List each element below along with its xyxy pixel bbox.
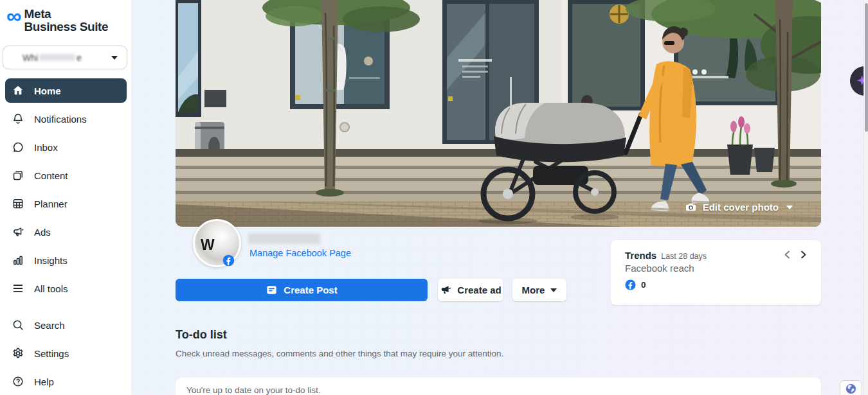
cover-photo-illustration xyxy=(176,0,821,227)
brand-line2: Business Suite xyxy=(24,21,109,33)
meta-infinity-icon: ∞ xyxy=(6,9,22,23)
todo-empty-state: You're up to date on your to-do list. xyxy=(186,385,320,395)
sidebar-item-label: Inbox xyxy=(34,142,58,153)
sidebar-item-help[interactable]: Help xyxy=(5,369,127,394)
sidebar-item-ads[interactable]: Ads xyxy=(5,220,127,244)
search-icon xyxy=(12,319,24,331)
chevron-left-icon[interactable] xyxy=(784,250,791,259)
page-selector-blurred-name xyxy=(39,54,75,61)
compose-post-icon xyxy=(266,284,278,296)
facebook-logo-icon xyxy=(625,279,636,290)
question-circle-icon xyxy=(12,375,24,388)
chevron-down-icon xyxy=(111,56,118,60)
home-icon xyxy=(12,84,24,97)
chevron-right-icon[interactable] xyxy=(800,250,807,259)
todo-list-description: Check unread messages, comments and othe… xyxy=(176,349,503,358)
sidebar-item-label: Content xyxy=(34,170,68,181)
sidebar-item-label: Notifications xyxy=(34,114,87,125)
sidebar-item-inbox[interactable]: Inbox xyxy=(5,135,127,159)
chat-bubble-icon xyxy=(12,141,24,154)
globe-icon xyxy=(845,383,857,395)
more-label: More xyxy=(522,285,545,295)
sidebar-item-label: Help xyxy=(34,376,54,387)
megaphone-icon xyxy=(12,225,24,238)
more-button[interactable]: More xyxy=(512,279,566,301)
sidebar-item-label: Ads xyxy=(34,227,51,238)
trends-title: Trends xyxy=(625,250,656,261)
sidebar-item-content[interactable]: Content xyxy=(5,163,127,188)
trends-metric-label: Facebook reach xyxy=(625,263,807,274)
page-avatar[interactable]: W xyxy=(193,219,241,267)
edit-cover-photo-button[interactable]: Edit cover photo xyxy=(685,201,793,213)
sidebar-item-label: Planner xyxy=(34,198,68,209)
meta-business-suite-app: ∞ Meta Business Suite Whi e Home xyxy=(0,0,868,395)
megaphone-icon xyxy=(439,284,451,296)
calendar-icon xyxy=(12,197,24,210)
sidebar-item-label: Search xyxy=(34,320,65,331)
brand-wordmark: Meta Business Suite xyxy=(24,8,109,33)
create-ad-button[interactable]: Create ad xyxy=(438,279,503,301)
edit-cover-photo-label: Edit cover photo xyxy=(703,202,779,213)
sidebar-item-label: Home xyxy=(34,85,61,96)
avatar-letter: W xyxy=(201,236,215,254)
create-ad-label: Create ad xyxy=(457,285,501,295)
hamburger-lines-icon xyxy=(12,282,24,295)
sidebar-item-home[interactable]: Home xyxy=(5,78,127,103)
sidebar-item-insights[interactable]: Insights xyxy=(5,248,127,272)
gear-icon xyxy=(12,347,24,360)
page-selector-text-prefix: Whi xyxy=(23,53,38,63)
page-selector-text-suffix: e xyxy=(77,53,82,63)
bell-icon xyxy=(12,112,24,125)
sidebar-item-settings[interactable]: Settings xyxy=(5,341,127,365)
scrollbar-thumb[interactable] xyxy=(865,3,868,132)
sidebar-item-notifications[interactable]: Notifications xyxy=(5,107,127,131)
globe-extension-button[interactable] xyxy=(840,380,862,395)
sidebar-item-planner[interactable]: Planner xyxy=(5,191,127,216)
camera-icon xyxy=(685,201,697,213)
page-name-blurred xyxy=(248,233,320,244)
brand-logo: ∞ Meta Business Suite xyxy=(0,0,131,33)
cover-photo: Edit cover photo xyxy=(176,0,821,227)
sidebar-item-all-tools[interactable]: All tools xyxy=(5,276,127,301)
sidebar-nav: Home Notifications Inbox Content xyxy=(0,78,132,395)
page-selector-dropdown[interactable]: Whi e xyxy=(3,46,127,69)
sidebar-item-label: All tools xyxy=(34,283,68,294)
chevron-down-icon xyxy=(550,288,557,292)
trends-card: Trends Last 28 days Facebook reach 0 xyxy=(611,240,821,305)
sidebar-divider-gap xyxy=(0,304,132,313)
sidebar: ∞ Meta Business Suite Whi e Home xyxy=(0,0,132,395)
sidebar-item-label: Insights xyxy=(34,255,68,266)
chevron-down-icon xyxy=(786,206,793,209)
content-stack-icon xyxy=(12,169,24,182)
manage-facebook-page-link[interactable]: Manage Facebook Page xyxy=(249,248,351,258)
facebook-reach-value: 0 xyxy=(641,280,646,290)
todo-list-title: To-do list xyxy=(176,328,227,342)
bar-chart-icon xyxy=(12,254,24,267)
sidebar-item-search[interactable]: Search xyxy=(5,313,127,337)
brand-line1: Meta xyxy=(24,8,109,21)
todo-list-card: You're up to date on your to-do list. xyxy=(176,378,821,395)
create-post-button[interactable]: Create Post xyxy=(176,279,428,301)
page-scrollbar[interactable] xyxy=(863,0,868,395)
create-post-label: Create Post xyxy=(284,285,337,295)
sidebar-item-label: Settings xyxy=(34,348,69,359)
facebook-badge-icon xyxy=(222,254,235,267)
trends-period: Last 28 days xyxy=(661,252,707,261)
